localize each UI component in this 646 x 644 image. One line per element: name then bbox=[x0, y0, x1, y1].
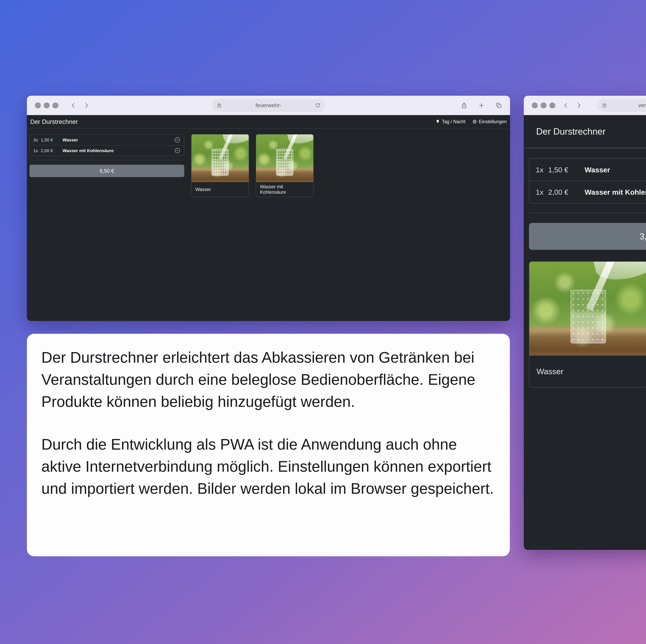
product-name: Wasser mit Kohlensäure bbox=[256, 182, 313, 197]
new-tab-button[interactable] bbox=[478, 102, 485, 109]
glass-graphic bbox=[570, 290, 606, 343]
remove-item-button[interactable] bbox=[175, 137, 180, 143]
theme-toggle-button[interactable]: Tag / Nacht bbox=[435, 119, 465, 124]
item-name: Wasser mit Kohlensäure bbox=[63, 148, 114, 153]
window-minimize-button[interactable] bbox=[541, 102, 546, 108]
settings-label: Einstellungen bbox=[479, 119, 507, 124]
window-controls bbox=[35, 102, 59, 108]
lightbulb-icon bbox=[435, 119, 440, 124]
durstrechner-app: Der Durstrechner ⚙ 1x 1,50 € Wasser bbox=[524, 115, 646, 550]
cart-item-row: 1x 2,00 € Wasser mit Kohlensäure bbox=[529, 181, 646, 203]
chevron-left-icon bbox=[70, 102, 77, 109]
back-button[interactable] bbox=[70, 102, 77, 109]
remove-item-button[interactable] bbox=[175, 148, 180, 154]
share-icon bbox=[461, 102, 467, 109]
header-nav: Tag / Nacht ⚙ Einstellungen bbox=[435, 119, 507, 125]
window-zoom-button[interactable] bbox=[549, 102, 555, 108]
settings-button[interactable]: ⚙ Einstellungen bbox=[472, 119, 507, 125]
item-quantity: 3x bbox=[33, 137, 41, 142]
browser-toolbar: feuerwehr- bbox=[27, 96, 510, 115]
product-name: Wasser bbox=[529, 356, 646, 387]
cart-panel: 3x 1,50 € Wasser 1x 2,00 € Wasser mit Ko… bbox=[29, 134, 184, 156]
description-paragraph: Der Durstrechner erleichtert das Abkassi… bbox=[41, 347, 495, 413]
tab-overview-button[interactable] bbox=[495, 102, 502, 109]
url-text: vercel.com bbox=[607, 102, 646, 109]
item-price: 2,00 € bbox=[41, 148, 59, 153]
back-button[interactable] bbox=[562, 102, 569, 109]
item-price: 1,50 € bbox=[548, 165, 577, 174]
chevron-left-icon bbox=[562, 102, 569, 109]
item-price: 2,00 € bbox=[548, 188, 577, 196]
reload-button[interactable] bbox=[315, 102, 321, 108]
product-image bbox=[256, 134, 313, 182]
item-quantity: 1x bbox=[33, 148, 41, 153]
product-card-wasser[interactable]: Wasser bbox=[529, 261, 646, 387]
app-header: Der Durstrechner Tag / Nacht ⚙ Einstellu… bbox=[27, 115, 510, 129]
glass-graphic bbox=[276, 149, 293, 176]
total-button[interactable]: 6,50 € bbox=[29, 165, 184, 177]
product-name: Wasser bbox=[192, 182, 249, 197]
window-zoom-button[interactable] bbox=[52, 102, 59, 108]
item-name: Wasser mit Kohlensäure bbox=[584, 188, 646, 196]
cart-total-divider bbox=[29, 160, 184, 160]
lock-icon bbox=[602, 102, 607, 108]
description-card: Der Durstrechner erleichtert das Abkassi… bbox=[27, 334, 510, 556]
total-button[interactable]: 3,50 € bbox=[529, 223, 646, 250]
page-title: Der Durstrechner bbox=[536, 126, 606, 137]
minus-circle-icon bbox=[175, 137, 180, 143]
url-field[interactable]: vercel.com bbox=[597, 99, 646, 112]
cart-item-row: 1x 2,00 € Wasser mit Kohlensäure bbox=[30, 145, 184, 156]
product-card-wasser[interactable]: Wasser bbox=[191, 134, 249, 197]
browser-toolbar: vercel.com bbox=[524, 96, 646, 115]
tabs-icon bbox=[495, 102, 502, 109]
glass-graphic bbox=[212, 149, 229, 176]
description-paragraph: Durch die Entwicklung als PWA ist die An… bbox=[41, 433, 495, 500]
browser-window-mobile: vercel.com Der Durstrechner bbox=[524, 96, 646, 550]
forward-button[interactable] bbox=[575, 102, 582, 109]
item-price: 1,50 € bbox=[41, 137, 59, 142]
item-name: Wasser bbox=[584, 165, 610, 174]
forward-button[interactable] bbox=[83, 102, 90, 109]
product-card-wasser-mit-kohlensaeure[interactable]: Wasser mit Kohlensäure bbox=[256, 134, 314, 197]
browser-window-desktop: feuerwehr- Der Durstrechner bbox=[27, 96, 510, 321]
window-close-button[interactable] bbox=[532, 102, 538, 108]
durstrechner-app: Der Durstrechner Tag / Nacht ⚙ Einstellu… bbox=[27, 115, 510, 321]
url-text: feuerwehr- bbox=[222, 102, 315, 109]
product-image bbox=[192, 134, 249, 182]
refresh-icon bbox=[315, 102, 321, 108]
gear-icon: ⚙ bbox=[472, 119, 477, 125]
window-close-button[interactable] bbox=[35, 102, 41, 108]
item-quantity: 1x bbox=[536, 165, 548, 174]
url-field[interactable]: feuerwehr- bbox=[212, 99, 325, 112]
cart-item-row: 1x 1,50 € Wasser bbox=[529, 159, 646, 181]
share-button[interactable] bbox=[461, 102, 467, 109]
chevron-right-icon bbox=[575, 102, 582, 109]
item-quantity: 1x bbox=[536, 188, 548, 196]
window-controls bbox=[532, 102, 555, 108]
plus-icon bbox=[478, 102, 485, 109]
product-image bbox=[529, 262, 646, 356]
desktop-background: feuerwehr- Der Durstrechner bbox=[0, 0, 646, 644]
chevron-right-icon bbox=[83, 102, 90, 109]
minus-circle-icon bbox=[175, 148, 180, 154]
item-name: Wasser bbox=[63, 137, 78, 142]
page-title: Der Durstrechner bbox=[30, 118, 78, 125]
lock-icon bbox=[216, 102, 222, 108]
theme-toggle-label: Tag / Nacht bbox=[442, 119, 465, 124]
cart-panel: 1x 1,50 € Wasser 1x 2,00 € Wasser mit Ko… bbox=[529, 158, 646, 204]
app-header: Der Durstrechner ⚙ bbox=[524, 115, 646, 148]
cart-item-row: 3x 1,50 € Wasser bbox=[30, 135, 184, 145]
cart-total-divider bbox=[529, 213, 646, 213]
window-minimize-button[interactable] bbox=[44, 102, 49, 108]
